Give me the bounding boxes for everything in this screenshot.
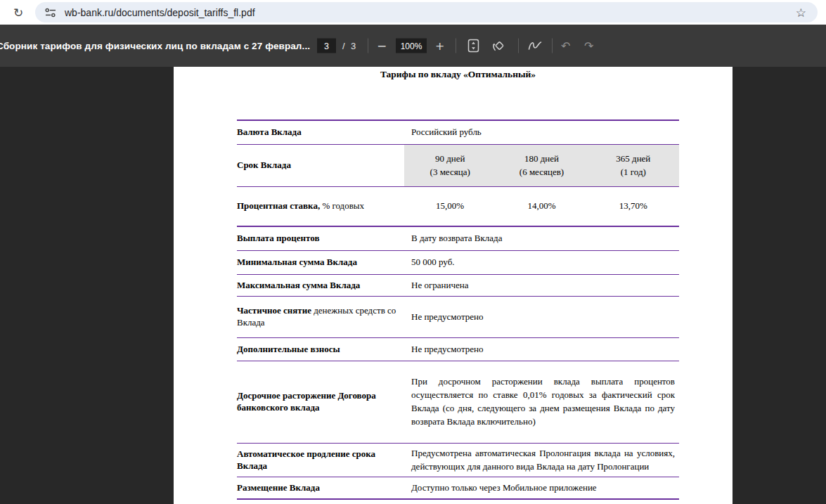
undo-icon[interactable]: ↶ xyxy=(561,39,570,53)
row-value: Не предусмотрено xyxy=(404,344,679,356)
table-row: Автоматическое продление срока Вклада Пр… xyxy=(237,444,679,477)
term-column: 180 дней (6 месяцев) xyxy=(496,145,587,186)
url-text[interactable]: wb-bank.ru/documents/deposit_tariffs_fl.… xyxy=(65,7,255,18)
row-label: Минимальная сумма Вклада xyxy=(237,257,404,269)
table-row: Срок Вклада 90 дней (3 месяца) 180 дней … xyxy=(237,145,679,187)
table-row: Максимальная сумма Вклада Не ограничена xyxy=(237,275,679,297)
reload-icon[interactable]: ↻ xyxy=(13,6,23,20)
term-columns: 90 дней (3 месяца) 180 дней (6 месяцев) … xyxy=(404,145,679,186)
document-heading: Тарифы по вкладу «Оптимальный» xyxy=(237,69,679,80)
zoom-out-button[interactable]: − xyxy=(377,39,387,53)
table-row: Размещение Вклада Доступно только через … xyxy=(237,477,679,500)
row-label-bold: Процентная ставка, xyxy=(237,200,320,211)
row-label: Срок Вклада xyxy=(237,160,404,172)
term-days: 365 дней xyxy=(588,153,679,165)
browser-toolbar: ↻ wb-bank.ru/documents/deposit_tariffs_f… xyxy=(0,0,826,25)
zoom-level-input[interactable]: 100% xyxy=(396,39,427,53)
table-row: Частичное снятие денежных средств со Вкл… xyxy=(237,297,679,338)
tariff-table: Валюта Вклада Российский рубль Срок Вкла… xyxy=(237,119,679,500)
table-row: Выплата процентов В дату возврата Вклада xyxy=(237,227,679,251)
zoom-in-button[interactable]: + xyxy=(435,39,444,53)
fit-to-page-icon[interactable] xyxy=(467,39,479,53)
term-months: (1 год) xyxy=(588,166,679,179)
row-label: Процентная ставка, % годовых xyxy=(237,200,404,212)
page-number-input[interactable]: 3 xyxy=(317,39,336,53)
term-column: 90 дней (3 месяца) xyxy=(404,145,496,186)
rate-columns: 15,00% 14,00% 13,70% xyxy=(404,200,679,212)
term-column: 365 дней (1 год) xyxy=(588,145,679,186)
pdf-document-title: Сборник тарифов для физических лиц по вк… xyxy=(0,41,310,51)
toolbar-divider xyxy=(552,39,553,53)
row-value: 50 000 руб. xyxy=(404,257,679,269)
row-label: Дополнительные взносы xyxy=(237,344,404,356)
row-label-bold: Частичное снятие xyxy=(237,305,311,316)
table-row: Досрочное расторжение Договора банковско… xyxy=(237,361,679,444)
row-label: Максимальная сумма Вклада xyxy=(237,280,404,292)
rate-value: 14,00% xyxy=(496,200,587,212)
row-label: Размещение Вклада xyxy=(237,482,404,494)
term-months: (6 месяцев) xyxy=(496,166,587,179)
row-label-rest: % годовых xyxy=(320,200,364,211)
row-value: Предусмотрена автоматическая Пролонгация… xyxy=(404,447,679,474)
row-label: Валюта Вклада xyxy=(237,127,404,138)
pdf-page: Тарифы по вкладу «Оптимальный» Валюта Вк… xyxy=(174,67,733,504)
address-bar[interactable]: wb-bank.ru/documents/deposit_tariffs_fl.… xyxy=(35,2,818,22)
rate-value: 13,70% xyxy=(588,200,679,212)
draw-annotate-icon[interactable] xyxy=(527,40,543,52)
row-value: Не ограничена xyxy=(404,280,679,292)
row-label: Выплата процентов xyxy=(237,233,404,245)
row-value: В дату возврата Вклада xyxy=(404,233,679,245)
pdf-toolbar: Сборник тарифов для физических лиц по вк… xyxy=(0,25,826,67)
pdf-viewer-area: Тарифы по вкладу «Оптимальный» Валюта Вк… xyxy=(0,67,826,504)
page-total: 3 xyxy=(351,41,356,51)
row-label: Автоматическое продление срока Вклада xyxy=(237,448,404,472)
rate-value: 15,00% xyxy=(404,200,496,212)
table-row: Дополнительные взносы Не предусмотрено xyxy=(237,338,679,361)
table-row: Минимальная сумма Вклада 50 000 руб. xyxy=(237,251,679,275)
row-value: Доступно только через Мобильное приложен… xyxy=(404,482,679,494)
redo-icon[interactable]: ↷ xyxy=(584,39,593,53)
table-row: Процентная ставка, % годовых 15,00% 14,0… xyxy=(237,187,679,227)
row-value: При досрочном расторжении вклада выплата… xyxy=(404,375,679,429)
rotate-icon[interactable] xyxy=(492,39,507,53)
toolbar-divider xyxy=(456,39,456,53)
page-separator: / xyxy=(342,41,345,51)
table-row: Валюта Вклада Российский рубль xyxy=(237,121,679,145)
bookmark-star-icon[interactable]: ☆ xyxy=(796,6,806,20)
row-value: Российский рубль xyxy=(404,127,679,138)
toolbar-divider xyxy=(518,39,519,53)
term-days: 180 дней xyxy=(496,153,587,165)
term-days: 90 дней xyxy=(404,153,496,165)
row-value: Не предусмотрено xyxy=(404,311,679,323)
site-settings-icon[interactable] xyxy=(44,6,57,19)
row-label: Частичное снятие денежных средств со Вкл… xyxy=(237,305,404,329)
term-months: (3 месяца) xyxy=(404,166,496,179)
toolbar-divider xyxy=(368,39,368,53)
row-label: Досрочное расторжение Договора банковско… xyxy=(237,390,404,414)
